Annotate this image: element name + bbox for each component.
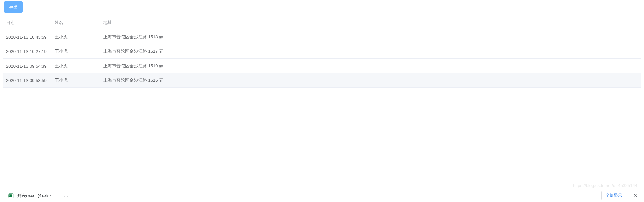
cell-date: 2020-11-13 09:53:59 [3,73,51,88]
cell-address: 上海市普陀区金沙江路 1516 弄 [100,73,641,88]
table-row[interactable]: 2020-11-13 09:54:39 王小虎 上海市普陀区金沙江路 1519 … [3,59,641,73]
cell-address: 上海市普陀区金沙江路 1519 弄 [100,59,641,73]
show-all-button[interactable]: 全部显示 [601,191,626,200]
watermark-text: https://blog.csdn.net/u_45325144 [573,183,637,188]
cell-address: 上海市普陀区金沙江路 1518 弄 [100,30,641,44]
table-header-row: 日期 姓名 地址 [3,15,641,30]
svg-rect-1 [9,194,12,197]
header-name: 姓名 [51,15,100,30]
download-filename: 列表excel (4).xlsx [17,193,52,199]
close-icon[interactable]: ✕ [632,191,639,200]
cell-name: 王小虎 [51,73,100,88]
cell-date: 2020-11-13 10:27:19 [3,44,51,59]
cell-address: 上海市普陀区金沙江路 1517 弄 [100,44,641,59]
cell-name: 王小虎 [51,30,100,44]
table-row[interactable]: 2020-11-13 10:43:59 王小虎 上海市普陀区金沙江路 1518 … [3,30,641,44]
table-row[interactable]: 2020-11-13 09:53:59 王小虎 上海市普陀区金沙江路 1516 … [3,73,641,88]
table-row[interactable]: 2020-11-13 10:27:19 王小虎 上海市普陀区金沙江路 1517 … [3,44,641,59]
data-table: 日期 姓名 地址 2020-11-13 10:43:59 王小虎 上海市普陀区金… [3,15,641,88]
cell-name: 王小虎 [51,44,100,59]
cell-date: 2020-11-13 09:54:39 [3,59,51,73]
download-bar: 列表excel (4).xlsx ︿ 全部显示 ✕ [0,189,644,202]
export-button[interactable]: 导出 [4,1,23,13]
cell-date: 2020-11-13 10:43:59 [3,30,51,44]
header-date: 日期 [3,15,51,30]
excel-icon [8,193,14,199]
header-address: 地址 [100,15,641,30]
download-item[interactable]: 列表excel (4).xlsx ︿ [5,191,71,200]
cell-name: 王小虎 [51,59,100,73]
chevron-up-icon[interactable]: ︿ [64,193,68,198]
